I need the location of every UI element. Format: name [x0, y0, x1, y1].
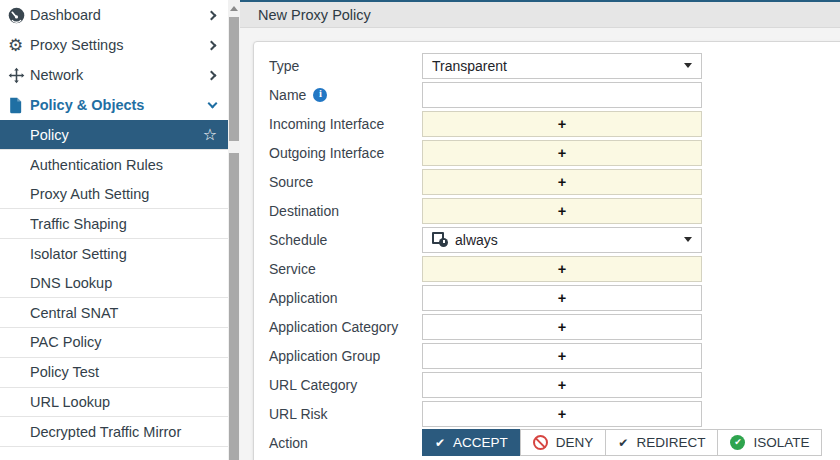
- form-row-type: TypeTransparent: [254, 51, 840, 80]
- sidebar-item-label: Traffic Shaping: [30, 216, 218, 232]
- field-control-service: +: [422, 256, 702, 282]
- scrollbar-up-arrow-icon[interactable]: [230, 6, 238, 11]
- sidebar-nav: Dashboard⚙Proxy SettingsNetworkPolicy & …: [0, 0, 228, 460]
- form-row-incoming-interface: Incoming Interface+: [254, 109, 840, 138]
- action-deny-button[interactable]: DENY: [520, 429, 607, 456]
- field-label-destination: Destination: [269, 203, 422, 219]
- scrollbar-thumb[interactable]: [229, 17, 239, 141]
- sidebar-item-proxy-auth-setting[interactable]: Proxy Auth Setting: [0, 180, 228, 210]
- action-button-label: DENY: [556, 435, 594, 450]
- application-add-field[interactable]: +: [422, 285, 702, 311]
- main-content: New Proxy Policy TypeTransparentNameInco…: [240, 0, 840, 460]
- sidebar-item-policy-test[interactable]: Policy Test: [0, 358, 228, 388]
- url-category-add-field[interactable]: +: [422, 372, 702, 398]
- sidebar-item-dns-lookup[interactable]: DNS Lookup: [0, 269, 228, 299]
- action-isolate-button[interactable]: ISOLATE: [717, 429, 822, 456]
- field-label-url-risk: URL Risk: [269, 406, 422, 422]
- field-control-destination: +: [422, 198, 702, 224]
- field-label-url-category: URL Category: [269, 377, 422, 393]
- sidebar-scrollbar[interactable]: [228, 0, 240, 460]
- action-button-group: ✔ACCEPTDENY✔REDIRECTISOLATE: [422, 429, 702, 456]
- field-label-text: Outgoing Interface: [269, 145, 384, 161]
- gauge-icon: [8, 7, 30, 24]
- field-label-text: Source: [269, 174, 313, 190]
- check-icon: ✔: [435, 437, 445, 449]
- sidebar-item-label: DNS Lookup: [30, 275, 218, 291]
- sidebar-item-policy-objects[interactable]: Policy & Objects: [0, 90, 228, 120]
- sidebar-item-network[interactable]: Network: [0, 60, 228, 90]
- field-label-text: Action: [269, 435, 308, 451]
- field-control-application-group: +: [422, 343, 702, 369]
- url-risk-add-field[interactable]: +: [422, 401, 702, 427]
- type-select[interactable]: Transparent: [422, 53, 702, 79]
- plus-icon: +: [558, 377, 566, 393]
- chevron-right-icon: [207, 10, 217, 20]
- plus-icon: +: [558, 203, 566, 219]
- form-row-url-category: URL Category+: [254, 370, 840, 399]
- field-label-outgoing-interface: Outgoing Interface: [269, 145, 422, 161]
- sidebar-item-traffic-shaping[interactable]: Traffic Shaping: [0, 209, 228, 239]
- action-redirect-button[interactable]: ✔REDIRECT: [605, 429, 718, 456]
- sidebar-item-policy[interactable]: Policy☆: [0, 120, 228, 150]
- action-accept-button[interactable]: ✔ACCEPT: [422, 429, 521, 456]
- incoming-interface-add-field[interactable]: +: [422, 111, 702, 137]
- sidebar-item-proxy-settings[interactable]: ⚙Proxy Settings: [0, 30, 228, 60]
- sidebar-item-label: Decrypted Traffic Mirror: [30, 424, 218, 440]
- action-button-label: REDIRECT: [636, 435, 705, 450]
- favorite-star-icon[interactable]: ☆: [203, 127, 217, 143]
- sidebar-item-label: Proxy Settings: [30, 37, 208, 53]
- name-input[interactable]: [423, 83, 701, 107]
- sidebar-item-pac-policy[interactable]: PAC Policy: [0, 328, 228, 358]
- form-row-application: Application+: [254, 283, 840, 312]
- schedule-select[interactable]: always: [422, 227, 702, 253]
- scrollbar-thumb[interactable]: [229, 153, 239, 460]
- field-control-application: +: [422, 285, 702, 311]
- field-label-text: Application: [269, 290, 338, 306]
- select-value-wrap: always: [432, 232, 498, 248]
- sidebar-item-authentication-rules[interactable]: Authentication Rules: [0, 150, 228, 180]
- application-group-add-field[interactable]: +: [422, 343, 702, 369]
- field-label-text: Service: [269, 261, 316, 277]
- info-icon[interactable]: [313, 88, 327, 102]
- field-label-application-group: Application Group: [269, 348, 422, 364]
- field-label-incoming-interface: Incoming Interface: [269, 116, 422, 132]
- service-add-field[interactable]: +: [422, 256, 702, 282]
- field-label-text: URL Category: [269, 377, 357, 393]
- outgoing-interface-add-field[interactable]: +: [422, 140, 702, 166]
- source-add-field[interactable]: +: [422, 169, 702, 195]
- field-control-source: +: [422, 169, 702, 195]
- field-control-url-category: +: [422, 372, 702, 398]
- check-icon: ✔: [618, 437, 628, 449]
- field-label-application-category: Application Category: [269, 319, 422, 335]
- field-control-outgoing-interface: +: [422, 140, 702, 166]
- field-label-type: Type: [269, 58, 422, 74]
- chevron-right-icon: [207, 40, 217, 50]
- plus-icon: +: [558, 348, 566, 364]
- select-value: Transparent: [432, 58, 507, 74]
- app-window: Dashboard⚙Proxy SettingsNetworkPolicy & …: [0, 0, 840, 460]
- field-label-service: Service: [269, 261, 422, 277]
- sidebar-item-label: URL Lookup: [30, 394, 218, 410]
- select-value: always: [455, 232, 498, 248]
- content-header: New Proxy Policy: [240, 2, 840, 28]
- sidebar-item-central-snat[interactable]: Central SNAT: [0, 298, 228, 328]
- destination-add-field[interactable]: +: [422, 198, 702, 224]
- sidebar-item-url-lookup[interactable]: URL Lookup: [0, 388, 228, 418]
- field-label-application: Application: [269, 290, 422, 306]
- sidebar-item-label: Policy & Objects: [30, 97, 209, 113]
- document-icon: [8, 97, 30, 114]
- sidebar-item-dashboard[interactable]: Dashboard: [0, 0, 228, 30]
- field-label-source: Source: [269, 174, 422, 190]
- action-button-label: ACCEPT: [453, 435, 508, 450]
- field-control-action: ✔ACCEPTDENY✔REDIRECTISOLATE: [422, 429, 702, 456]
- caret-down-icon: [684, 237, 692, 242]
- form-row-destination: Destination+: [254, 196, 840, 225]
- form-row-action: Action✔ACCEPTDENY✔REDIRECTISOLATE: [254, 428, 840, 457]
- plus-icon: +: [558, 290, 566, 306]
- application-category-add-field[interactable]: +: [422, 314, 702, 340]
- field-label-text: Destination: [269, 203, 339, 219]
- field-label-schedule: Schedule: [269, 232, 422, 248]
- sidebar-item-decrypted-traffic-mirror[interactable]: Decrypted Traffic Mirror: [0, 417, 228, 447]
- sidebar-item-isolator-setting[interactable]: Isolator Setting: [0, 239, 228, 269]
- plus-icon: +: [558, 406, 566, 422]
